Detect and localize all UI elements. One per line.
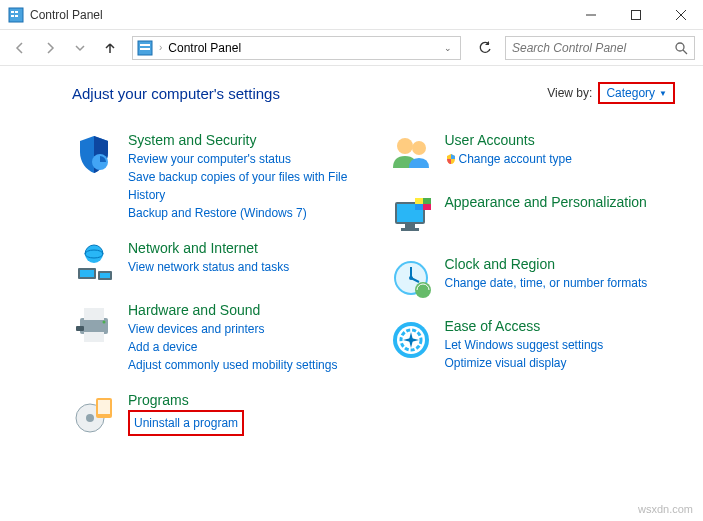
search-box[interactable] <box>505 36 695 60</box>
link-review-status[interactable]: Review your computer's status <box>128 150 359 168</box>
svg-point-30 <box>397 138 413 154</box>
titlebar: Control Panel <box>0 0 703 30</box>
category-clock-region: Clock and Region Change date, time, or n… <box>389 256 676 300</box>
content-area: Adjust your computer's settings View by:… <box>0 66 703 470</box>
clock-icon <box>389 256 433 300</box>
svg-line-13 <box>683 50 687 54</box>
link-suggest-settings[interactable]: Let Windows suggest settings <box>445 336 676 354</box>
svg-rect-25 <box>76 326 84 331</box>
link-add-device[interactable]: Add a device <box>128 338 359 356</box>
search-input[interactable] <box>512 41 674 55</box>
svg-point-31 <box>412 141 426 155</box>
svg-point-27 <box>86 414 94 422</box>
recent-locations-button[interactable] <box>68 36 92 60</box>
svg-rect-23 <box>84 332 104 342</box>
link-change-account-type-text: Change account type <box>459 152 572 166</box>
link-mobility-settings[interactable]: Adjust commonly used mobility settings <box>128 356 359 374</box>
network-icon <box>72 240 116 284</box>
svg-point-12 <box>676 43 684 51</box>
svg-rect-18 <box>80 270 94 277</box>
users-icon <box>389 132 433 176</box>
category-title-hardware[interactable]: Hardware and Sound <box>128 302 359 318</box>
svg-rect-21 <box>80 318 108 334</box>
category-user-accounts: User Accounts Change account type <box>389 132 676 176</box>
category-title-network[interactable]: Network and Internet <box>128 240 359 256</box>
svg-rect-10 <box>140 44 150 46</box>
link-file-history[interactable]: Save backup copies of your files with Fi… <box>128 168 359 204</box>
svg-rect-34 <box>405 224 415 228</box>
link-devices-printers[interactable]: View devices and printers <box>128 320 359 338</box>
back-button[interactable] <box>8 36 32 60</box>
navigation-toolbar: › Control Panel ⌄ <box>0 30 703 66</box>
svg-rect-4 <box>15 15 18 17</box>
svg-rect-38 <box>423 198 431 204</box>
svg-rect-35 <box>401 228 419 231</box>
appearance-icon <box>389 194 433 238</box>
uac-shield-icon <box>445 153 457 165</box>
link-optimize-display[interactable]: Optimize visual display <box>445 354 676 372</box>
view-by-control: View by: Category ▼ <box>547 82 675 104</box>
view-by-value-text: Category <box>606 86 655 100</box>
minimize-button[interactable] <box>568 0 613 30</box>
view-by-dropdown[interactable]: Category ▼ <box>598 82 675 104</box>
category-appearance: Appearance and Personalization <box>389 194 676 238</box>
svg-rect-22 <box>84 308 104 320</box>
category-title-system[interactable]: System and Security <box>128 132 359 148</box>
highlight-uninstall: Uninstall a program <box>128 410 244 436</box>
category-title-programs[interactable]: Programs <box>128 392 359 408</box>
svg-rect-2 <box>15 11 18 13</box>
category-system-security: System and Security Review your computer… <box>72 132 359 222</box>
left-column: System and Security Review your computer… <box>72 132 359 454</box>
svg-rect-40 <box>423 204 431 210</box>
page-title: Adjust your computer's settings <box>72 85 280 102</box>
view-by-label: View by: <box>547 86 592 100</box>
maximize-button[interactable] <box>613 0 658 30</box>
svg-rect-39 <box>415 204 423 210</box>
control-panel-icon <box>137 40 153 56</box>
search-icon[interactable] <box>674 41 688 55</box>
svg-point-45 <box>409 276 413 280</box>
category-ease-access: Ease of Access Let Windows suggest setti… <box>389 318 676 372</box>
link-network-status[interactable]: View network status and tasks <box>128 258 359 276</box>
svg-point-24 <box>103 321 106 324</box>
chevron-down-icon: ▼ <box>659 89 667 98</box>
svg-rect-6 <box>631 10 640 19</box>
refresh-button[interactable] <box>471 36 499 60</box>
control-panel-icon <box>8 7 24 23</box>
category-title-clock[interactable]: Clock and Region <box>445 256 676 272</box>
address-bar[interactable]: › Control Panel ⌄ <box>132 36 461 60</box>
printer-icon <box>72 302 116 346</box>
svg-rect-29 <box>98 400 110 414</box>
link-change-account-type[interactable]: Change account type <box>445 150 676 168</box>
category-programs: Programs Uninstall a program <box>72 392 359 436</box>
shield-icon <box>72 132 116 176</box>
category-hardware: Hardware and Sound View devices and prin… <box>72 302 359 374</box>
category-title-ease[interactable]: Ease of Access <box>445 318 676 334</box>
category-network: Network and Internet View network status… <box>72 240 359 284</box>
svg-rect-37 <box>415 198 423 204</box>
breadcrumb-separator: › <box>159 42 162 53</box>
link-backup-restore[interactable]: Backup and Restore (Windows 7) <box>128 204 359 222</box>
programs-icon <box>72 392 116 436</box>
right-column: User Accounts Change account type Appear… <box>389 132 676 454</box>
svg-rect-3 <box>11 15 14 17</box>
ease-of-access-icon <box>389 318 433 362</box>
category-title-users[interactable]: User Accounts <box>445 132 676 148</box>
watermark: wsxdn.com <box>638 503 693 515</box>
up-button[interactable] <box>98 36 122 60</box>
category-title-appearance[interactable]: Appearance and Personalization <box>445 194 676 210</box>
svg-rect-11 <box>140 48 150 50</box>
link-date-time-formats[interactable]: Change date, time, or number formats <box>445 274 676 292</box>
breadcrumb-location[interactable]: Control Panel <box>168 41 434 55</box>
close-button[interactable] <box>658 0 703 30</box>
link-uninstall-program[interactable]: Uninstall a program <box>134 414 238 432</box>
svg-rect-1 <box>11 11 14 13</box>
svg-rect-20 <box>100 273 110 278</box>
address-history-dropdown[interactable]: ⌄ <box>440 43 456 53</box>
window-title: Control Panel <box>30 8 568 22</box>
forward-button[interactable] <box>38 36 62 60</box>
